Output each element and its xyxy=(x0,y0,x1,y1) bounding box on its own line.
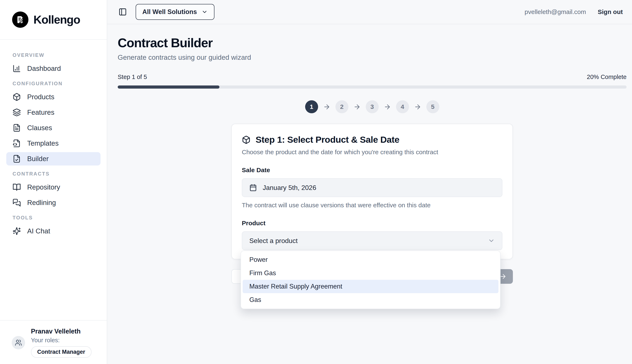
logo-icon xyxy=(12,12,28,28)
sidebar-nav: OVERVIEW Dashboard CONFIGURATION Product… xyxy=(0,40,107,320)
nav-section-overview: OVERVIEW xyxy=(6,52,100,58)
step-circle-2[interactable]: 2 xyxy=(336,100,348,113)
progress-bar xyxy=(118,86,626,88)
arrow-right-icon xyxy=(323,103,330,110)
sidebar-item-label: Clauses xyxy=(27,124,52,132)
progress-fill xyxy=(118,86,220,88)
app-logo[interactable]: Kollengo xyxy=(12,12,80,28)
messages-square-icon xyxy=(12,198,21,207)
sidebar-item-features[interactable]: Features xyxy=(6,106,100,119)
file-check-icon xyxy=(12,155,21,163)
sign-out-button[interactable]: Sign out xyxy=(595,7,626,17)
progress-header: Step 1 of 5 20% Complete xyxy=(118,74,626,80)
sale-date-field[interactable]: January 5th, 2026 xyxy=(242,178,502,197)
sidebar-user-panel: Pranav Velleleth Your roles: Contract Ma… xyxy=(0,320,107,364)
step-circle-3[interactable]: 3 xyxy=(366,100,379,113)
dropdown-option-master-retail-supply-agreement[interactable]: Master Retail Supply Agreement xyxy=(243,280,498,293)
step-card-header: Step 1: Select Product & Sale Date xyxy=(242,134,502,145)
sale-date-helper: The contract will use clause versions th… xyxy=(242,202,502,209)
sparkles-icon xyxy=(12,227,21,235)
dropdown-option-gas[interactable]: Gas xyxy=(243,293,498,306)
sidebar-toggle-button[interactable] xyxy=(117,6,128,17)
book-open-icon xyxy=(12,183,21,192)
sidebar-item-dashboard[interactable]: Dashboard xyxy=(6,62,100,75)
chevron-down-icon xyxy=(488,237,495,244)
wizard-stepper: 1 2 3 4 5 xyxy=(118,100,626,113)
file-text-icon xyxy=(12,124,21,132)
dropdown-option-firm-gas[interactable]: Firm Gas xyxy=(243,266,498,280)
chart-column-icon xyxy=(12,64,21,73)
nav-section-tools: TOOLS xyxy=(6,215,100,221)
sidebar-item-ai-chat[interactable]: AI Chat xyxy=(6,224,100,238)
progress-step-label: Step 1 of 5 xyxy=(118,74,147,80)
product-select-wrap: Select a product Power Firm Gas Master R… xyxy=(242,231,502,250)
avatar xyxy=(12,336,25,349)
arrow-right-icon xyxy=(354,103,361,110)
layers-icon xyxy=(12,108,21,116)
sidebar-item-repository[interactable]: Repository xyxy=(6,180,100,194)
step-card: Step 1: Select Product & Sale Date Choos… xyxy=(231,124,513,259)
sidebar-item-products[interactable]: Products xyxy=(6,90,100,104)
topbar: All Well Solutions pvelleleth@gmail.com … xyxy=(107,0,632,24)
sidebar-item-label: Features xyxy=(27,108,54,116)
sidebar-item-label: AI Chat xyxy=(27,227,50,235)
arrow-right-icon xyxy=(500,273,506,280)
arrow-right-icon xyxy=(414,103,421,110)
main-area: All Well Solutions pvelleleth@gmail.com … xyxy=(107,0,632,364)
step-card-title: Step 1: Select Product & Sale Date xyxy=(256,134,400,145)
step-circle-5[interactable]: 5 xyxy=(426,100,439,113)
sidebar-item-label: Redlining xyxy=(27,199,56,207)
step-circle-4[interactable]: 4 xyxy=(396,100,409,113)
sale-date-value: January 5th, 2026 xyxy=(263,184,316,192)
sidebar-header: Kollengo xyxy=(0,0,107,40)
sidebar-item-label: Repository xyxy=(27,183,60,191)
content: Contract Builder Generate contracts usin… xyxy=(107,24,632,364)
sidebar-item-label: Dashboard xyxy=(27,64,61,72)
app-root: Kollengo OVERVIEW Dashboard CONFIGURATIO… xyxy=(0,0,632,364)
product-select-value: Select a product xyxy=(249,237,298,245)
product-dropdown: Power Firm Gas Master Retail Supply Agre… xyxy=(240,250,500,309)
arrow-right-icon xyxy=(384,103,391,110)
calendar-icon xyxy=(249,184,257,192)
sidebar-item-clauses[interactable]: Clauses xyxy=(6,121,100,134)
user-name: Pranav Velleleth xyxy=(31,328,92,335)
sidebar-item-redlining[interactable]: Redlining xyxy=(6,196,100,209)
step-card-description: Choose the product and the date for whic… xyxy=(242,148,502,156)
user-info: Pranav Velleleth Your roles: Contract Ma… xyxy=(31,328,92,358)
nav-section-configuration: CONFIGURATION xyxy=(6,81,100,86)
role-badge: Contract Manager xyxy=(31,346,92,358)
sale-date-label: Sale Date xyxy=(242,166,502,174)
page-title: Contract Builder xyxy=(118,36,626,50)
panel-left-icon xyxy=(118,8,127,16)
progress-complete-label: 20% Complete xyxy=(587,74,626,80)
package-icon xyxy=(242,136,250,144)
product-label: Product xyxy=(242,220,502,227)
sidebar-item-label: Products xyxy=(27,93,54,101)
sidebar-item-label: Templates xyxy=(27,139,58,147)
sidebar-item-label: Builder xyxy=(27,155,49,163)
brand-name: Kollengo xyxy=(34,13,80,26)
file-code-icon xyxy=(12,139,21,148)
sidebar-item-templates[interactable]: Templates xyxy=(6,137,100,150)
chevron-down-icon xyxy=(202,9,208,15)
sidebar-item-builder[interactable]: Builder xyxy=(6,152,100,166)
org-selector-label: All Well Solutions xyxy=(142,8,197,16)
nav-section-contracts: CONTRACTS xyxy=(6,171,100,177)
page-subtitle: Generate contracts using our guided wiza… xyxy=(118,54,626,62)
dropdown-option-power[interactable]: Power xyxy=(243,253,498,266)
package-icon xyxy=(12,93,21,101)
sidebar: Kollengo OVERVIEW Dashboard CONFIGURATIO… xyxy=(0,0,107,364)
user-email: pvelleleth@gmail.com xyxy=(524,8,586,16)
step-circle-1[interactable]: 1 xyxy=(305,100,318,113)
product-select[interactable]: Select a product xyxy=(242,231,502,250)
org-selector-button[interactable]: All Well Solutions xyxy=(136,4,214,20)
user-roles-label: Your roles: xyxy=(31,337,92,344)
